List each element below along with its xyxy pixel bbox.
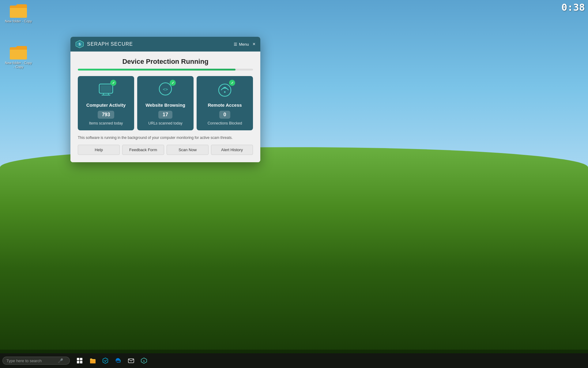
help-button[interactable]: Help [78,145,120,155]
menu-button[interactable]: ☰ Menu [234,42,249,47]
card-title-2: Website Browsing [145,102,185,108]
title-bar-left: S SERAPH SECURE [75,40,133,48]
cards-row: ✓ Computer Activity 793 Items scanned to… [78,76,253,130]
taskbar-search[interactable]: 🎤 [2,357,70,365]
app-title-bold: SERAPH [87,41,109,47]
monitor-icon: ✓ [97,81,115,99]
card-website-browsing: <> ✓ Website Browsing 17 URLs scanned to… [137,76,194,130]
folder-icon-2 [9,45,28,60]
card-computer-activity: ✓ Computer Activity 793 Items scanned to… [78,76,134,130]
app-title-light: SECURE [109,41,133,47]
card-title-3: Remote Access [208,102,242,108]
task-view-icon[interactable] [74,355,86,367]
app-logo: S [75,40,84,48]
svg-rect-13 [77,361,79,363]
taskbar: 🎤 [0,353,588,368]
progress-bar-container [78,69,253,71]
desktop-icon-2[interactable]: New folder - Copy- Copy [3,45,34,69]
check-icon-2: ✓ [170,80,176,86]
desktop-icon-1[interactable]: New folder - Copy [3,3,34,23]
svg-text:S: S [79,43,81,46]
wifi-icon: ✓ [216,81,234,99]
microphone-icon: 🎤 [58,358,63,363]
app-title: SERAPH SECURE [87,41,133,47]
protection-title: Device Protection Running [78,58,253,66]
card-badge-1: 793 [98,111,115,119]
action-buttons: Help Feedback Form Scan Now Alert Histor… [78,145,253,155]
card-badge-3: 0 [219,111,231,119]
code-icon: <> ✓ [156,81,175,99]
card-remote-access: ✓ Remote Access 0 Connections Blocked [197,76,253,130]
svg-point-10 [224,91,226,93]
svg-text:S: S [143,360,145,362]
icon-label-1: New folder - Copy [5,19,32,23]
title-bar: S SERAPH SECURE ☰ Menu × [70,37,260,52]
store-icon[interactable] [99,355,111,367]
grass-bg [0,147,588,350]
status-text: This software is running in the backgrou… [78,135,253,140]
progress-bar-fill [78,69,236,71]
app-window: S SERAPH SECURE ☰ Menu × Device Protecti… [70,37,260,162]
edge-browser-icon[interactable] [112,355,124,367]
mail-icon[interactable] [125,355,137,367]
svg-point-9 [219,84,231,96]
feedback-button[interactable]: Feedback Form [122,145,164,155]
svg-text:<>: <> [163,87,168,92]
check-icon-3: ✓ [229,80,235,86]
taskbar-icon-group: S [74,355,150,367]
card-title-1: Computer Activity [86,102,126,108]
check-icon-1: ✓ [110,80,116,86]
desktop-icons: New folder - Copy New folder - Copy- Cop… [3,3,34,69]
card-subtitle-3: Connections Blocked [208,121,242,125]
card-subtitle-1: Items scanned today [89,121,123,125]
title-bar-right: ☰ Menu × [234,42,255,47]
menu-icon: ☰ [234,42,237,47]
card-badge-2: 17 [158,111,172,119]
svg-rect-6 [100,85,111,92]
svg-rect-12 [80,358,82,360]
alert-history-button[interactable]: Alert History [211,145,253,155]
app-content: Device Protection Running ✓ Computer Act… [70,52,260,162]
timer-display: 0:38 [561,2,585,13]
folder-icon-1 [9,3,28,18]
svg-rect-11 [77,358,79,360]
close-button[interactable]: × [253,42,255,47]
icon-label-2: New folder - Copy- Copy [5,61,32,69]
file-explorer-icon[interactable] [86,355,99,367]
scan-now-button[interactable]: Scan Now [167,145,209,155]
svg-rect-14 [80,361,82,363]
search-input[interactable] [6,358,55,363]
card-subtitle-2: URLs scanned today [148,121,182,125]
menu-label: Menu [239,42,249,47]
seraph-taskbar-icon[interactable]: S [138,355,150,367]
